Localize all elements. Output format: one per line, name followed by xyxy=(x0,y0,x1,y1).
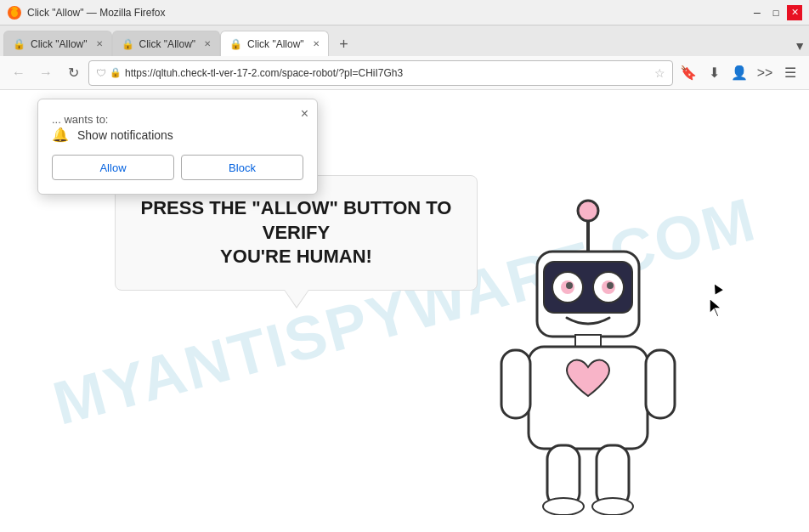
tab-overflow: ▼ xyxy=(794,39,806,56)
nav-right-buttons: 🔖 ⬇ 👤 >> ☰ xyxy=(676,61,802,85)
block-button[interactable]: Block xyxy=(181,155,303,180)
allow-button[interactable]: Allow xyxy=(52,155,174,180)
address-text: https://qltuh.check-tl-ver-17-2.com/spac… xyxy=(125,67,648,79)
svg-point-18 xyxy=(592,498,633,515)
svg-rect-12 xyxy=(529,347,648,449)
reload-button[interactable]: ↻ xyxy=(61,61,85,85)
minimize-button[interactable]: ─ xyxy=(750,5,765,20)
svg-point-10 xyxy=(607,282,614,289)
svg-point-17 xyxy=(543,498,584,515)
tab-1[interactable]: 🔒 Click "Allow" ✕ xyxy=(3,31,112,56)
back-button[interactable]: ← xyxy=(7,61,31,85)
tab-list-button[interactable]: ▼ xyxy=(794,39,806,53)
page-content: MYANTISPYWARE.COM ... wants to: × 🔔 Show… xyxy=(0,90,809,532)
title-bar-title: Click "Allow" — Mozilla Firefox xyxy=(27,7,166,19)
tab-1-label: Click "Allow" xyxy=(31,38,88,50)
svg-rect-13 xyxy=(501,350,530,418)
popup-title: ... wants to: xyxy=(52,113,108,126)
tab-3-icon: 🔒 xyxy=(229,38,242,50)
lock-icon: 🔒 xyxy=(110,67,122,78)
tab-2-close[interactable]: ✕ xyxy=(204,39,211,48)
message-text: PRESS THE "ALLOW" BUTTON TO VERIFYYOU'RE… xyxy=(129,196,463,269)
svg-rect-14 xyxy=(646,350,675,418)
forward-button[interactable]: → xyxy=(34,61,58,85)
nav-bar: ← → ↻ 🛡 🔒 https://qltuh.check-tl-ver-17-… xyxy=(0,56,809,90)
tab-3-close[interactable]: ✕ xyxy=(313,39,320,48)
shield-icon: 🛡 xyxy=(96,67,106,79)
firefox-logo-icon xyxy=(7,5,22,20)
svg-marker-19 xyxy=(710,298,721,317)
robot-illustration xyxy=(469,192,707,515)
bookmarks-button[interactable]: 🔖 xyxy=(676,61,700,85)
notification-text: Show notifications xyxy=(77,128,173,142)
close-button[interactable]: ✕ xyxy=(787,5,802,20)
menu-button[interactable]: ☰ xyxy=(778,61,802,85)
downloads-button[interactable]: ⬇ xyxy=(702,61,726,85)
robot-area xyxy=(469,192,758,532)
tab-2[interactable]: 🔒 Click "Allow" ✕ xyxy=(112,31,221,56)
title-bar-controls: ─ □ ✕ xyxy=(750,5,802,20)
extensions-button[interactable]: >> xyxy=(753,61,777,85)
popup-close-button[interactable]: × xyxy=(301,106,308,122)
title-bar-left: Click "Allow" — Mozilla Firefox xyxy=(7,5,166,20)
bell-icon: 🔔 xyxy=(52,127,69,143)
address-bar[interactable]: 🛡 🔒 https://qltuh.check-tl-ver-17-2.com/… xyxy=(88,60,673,86)
account-button[interactable]: 👤 xyxy=(727,61,751,85)
notification-popup: ... wants to: × 🔔 Show notifications All… xyxy=(37,99,318,195)
new-tab-button[interactable]: + xyxy=(332,32,356,56)
svg-point-9 xyxy=(566,282,573,289)
tab-2-icon: 🔒 xyxy=(122,38,134,50)
tab-2-label: Click "Allow" xyxy=(139,38,196,50)
tab-3-label: Click "Allow" xyxy=(247,38,304,50)
tab-3[interactable]: 🔒 Click "Allow" ✕ xyxy=(220,31,329,56)
notification-row: 🔔 Show notifications xyxy=(52,127,303,143)
mouse-cursor xyxy=(710,280,720,296)
svg-point-2 xyxy=(578,201,598,221)
title-bar: Click "Allow" — Mozilla Firefox ─ □ ✕ xyxy=(0,0,809,25)
maximize-button[interactable]: □ xyxy=(768,5,784,20)
popup-buttons: Allow Block xyxy=(52,155,303,180)
tabs-bar: 🔒 Click "Allow" ✕ 🔒 Click "Allow" ✕ 🔒 Cl… xyxy=(0,25,809,56)
tab-1-close[interactable]: ✕ xyxy=(96,39,103,48)
tab-1-icon: 🔒 xyxy=(13,38,25,50)
bookmark-icon[interactable]: ☆ xyxy=(654,66,665,80)
